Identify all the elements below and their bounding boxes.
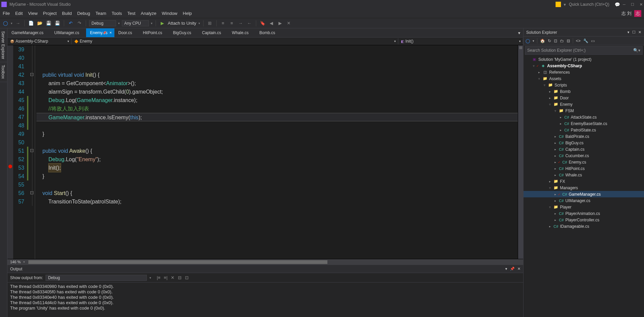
bookmark-next-icon[interactable]: ▶ [277, 20, 284, 27]
tree-expand-icon[interactable]: ▸ [548, 180, 552, 183]
bookmark-icon[interactable]: 🔖 [259, 20, 266, 27]
tree-item[interactable]: ▸C#PlayerAnimation.cs [524, 210, 644, 217]
nav-project-combo[interactable]: 📦 Assembly-CSharp [7, 38, 72, 44]
bookmark-prev-icon[interactable]: ◀ [268, 20, 275, 27]
output-content[interactable]: The thread 0x83340980 has exited with co… [7, 283, 523, 317]
code-line[interactable]: } [36, 172, 518, 180]
explorer-search[interactable]: Search Solution Explorer (Ctrl+;) 🔍▾ [525, 46, 643, 55]
tree-expand-icon[interactable]: ▸ [553, 212, 557, 215]
code-line[interactable]: alarmSign = transform.GetChild(0).gameOb… [36, 88, 518, 96]
notification-dropdown[interactable]: ▾ [564, 2, 566, 7]
tree-expand-icon[interactable]: ▸ [553, 161, 557, 164]
tree-expand-icon[interactable]: ▸ [548, 90, 552, 93]
tree-expand-icon[interactable]: ▸ [553, 173, 557, 177]
tree-item[interactable]: ▸✓C#Enemy.cs [524, 159, 644, 165]
tree-item[interactable]: ▿✓◈Assembly-CSharp [524, 63, 644, 69]
menu-analyze[interactable]: Analyze [141, 11, 156, 16]
overview-ruler[interactable]: ▤ [518, 45, 523, 259]
menu-edit[interactable]: Edit [15, 11, 23, 16]
tree-expand-icon[interactable]: ▸ [553, 135, 557, 138]
maximize-button[interactable]: ☐ [631, 2, 634, 7]
minimize-button[interactable]: ─ [623, 2, 625, 7]
indent-icon[interactable]: → [237, 20, 244, 27]
save-all-icon[interactable]: 💾 [54, 20, 61, 27]
tree-item[interactable]: ▸C#Whale.cs [524, 172, 644, 178]
tree-item[interactable]: ▸📁Bomb [524, 88, 644, 95]
menu-tools[interactable]: Tools [112, 11, 122, 16]
tree-expand-icon[interactable]: ▿ [548, 205, 552, 209]
menu-file[interactable]: File [3, 11, 10, 16]
explorer-code-icon[interactable]: <> [576, 39, 581, 43]
start-debug-button[interactable]: ▶ [159, 20, 166, 27]
tree-expand-icon[interactable]: ▿ [553, 109, 557, 113]
toolbox-tab[interactable]: Toolbox [0, 62, 7, 82]
tree-item[interactable]: ▿📁Assets [524, 75, 644, 82]
explorer-refresh-icon[interactable]: 🗀 [560, 39, 564, 43]
tree-expand-icon[interactable]: ▸ [553, 141, 557, 145]
tree-expand-icon[interactable]: ▸ [559, 128, 563, 132]
uncomment-icon[interactable]: ≡ [229, 20, 235, 27]
tree-item[interactable]: ▸C#HitPoint.cs [524, 165, 644, 172]
tree-expand-icon[interactable]: ▿ [548, 186, 552, 190]
tool-icon-1[interactable]: ⊞ [207, 20, 213, 27]
nav-dropdown[interactable]: ▾ [11, 22, 12, 25]
output-find-icon[interactable]: |≡ [157, 275, 160, 280]
tree-item[interactable]: ▿📁Managers [524, 185, 644, 191]
tree-expand-icon[interactable]: ▸ [553, 218, 557, 222]
redo-icon[interactable]: ↷ [76, 20, 83, 27]
file-tab[interactable]: Captain.cs [198, 28, 228, 37]
file-tab[interactable]: Whale.cs [228, 28, 255, 37]
menu-test[interactable]: Test [127, 11, 135, 16]
open-icon[interactable]: 📂 [36, 20, 43, 27]
nav-member-combo[interactable]: ◧ Init() [398, 38, 523, 44]
search-icon[interactable]: 🔍▾ [633, 48, 640, 53]
code-line[interactable]: //将敌人加入列表 [36, 104, 518, 113]
file-tab[interactable]: UIManager.cs [50, 28, 86, 37]
file-tab[interactable]: HitPoint.cs [139, 28, 169, 37]
code-line[interactable]: anim = GetComponent<Animator>(); [36, 79, 518, 88]
zoom-combo[interactable]: 146 % [7, 260, 23, 264]
file-tab[interactable]: Enemy.cs [86, 28, 114, 37]
bookmark-clear-icon[interactable]: ✕ [286, 20, 292, 27]
menu-window[interactable]: Window [162, 11, 177, 16]
outdent-icon[interactable]: ← [246, 20, 253, 27]
panel-pin-icon[interactable]: 📌 [510, 267, 515, 271]
split-editor-icon[interactable]: ▤ [518, 45, 523, 50]
horizontal-scrollbar[interactable] [25, 259, 523, 265]
explorer-showall-icon[interactable]: ⊡ [554, 39, 557, 43]
user-name[interactable]: 志 刘 [621, 10, 632, 17]
code-line[interactable] [36, 54, 518, 62]
code-line[interactable] [36, 45, 518, 54]
tree-item[interactable]: ▸C#PlayerController.cs [524, 217, 644, 223]
explorer-properties-icon[interactable]: 🔧 [583, 39, 588, 43]
code-line[interactable] [36, 138, 518, 147]
code-line[interactable] [36, 62, 518, 71]
tree-item[interactable]: ▿📁FSM [524, 107, 644, 114]
server-explorer-tab[interactable]: Server Explorer [0, 28, 7, 62]
tree-expand-icon[interactable]: ▸ [553, 167, 557, 170]
tabs-overflow-icon[interactable]: ▾ [515, 30, 523, 35]
tree-item[interactable]: ▸C#UIManager.cs [524, 197, 644, 204]
code-line[interactable]: Init(); [36, 164, 518, 172]
file-tab[interactable]: Bomb.cs [255, 28, 282, 37]
tree-expand-icon[interactable]: ▸ [553, 154, 557, 157]
output-toggle-icon[interactable]: ⊡ [185, 275, 189, 280]
tree-item[interactable]: ▸C#EnemyBaseState.cs [524, 120, 644, 127]
config-combo[interactable]: Debug [89, 20, 116, 26]
platform-combo[interactable]: Any CPU [122, 20, 149, 26]
feedback-icon[interactable]: 💬 [615, 2, 620, 7]
tree-item[interactable]: ▸C#BaldPirate.cs [524, 133, 644, 140]
tree-expand-icon[interactable]: ▸ [537, 71, 541, 74]
tree-item[interactable]: ▸◫References [524, 69, 644, 75]
tree-item[interactable]: ▸C#Cucumber.cs [524, 152, 644, 159]
tree-expand-icon[interactable]: ▿ [537, 77, 541, 80]
nav-class-combo[interactable]: 🔶 Enemy [72, 38, 398, 44]
panel-close-icon[interactable]: ✕ [517, 267, 520, 271]
tree-item[interactable]: ▸C#AttackState.cs [524, 114, 644, 120]
code-line[interactable] [36, 121, 518, 130]
tree-item[interactable]: ▸✓C#GameManager.cs [524, 191, 644, 197]
explorer-dropdown-icon[interactable]: ▾ [627, 30, 629, 34]
comment-icon[interactable]: ≡ [220, 20, 226, 27]
menu-debug[interactable]: Debug [77, 11, 90, 16]
code-line[interactable]: public virtual void Init() { [36, 71, 518, 79]
